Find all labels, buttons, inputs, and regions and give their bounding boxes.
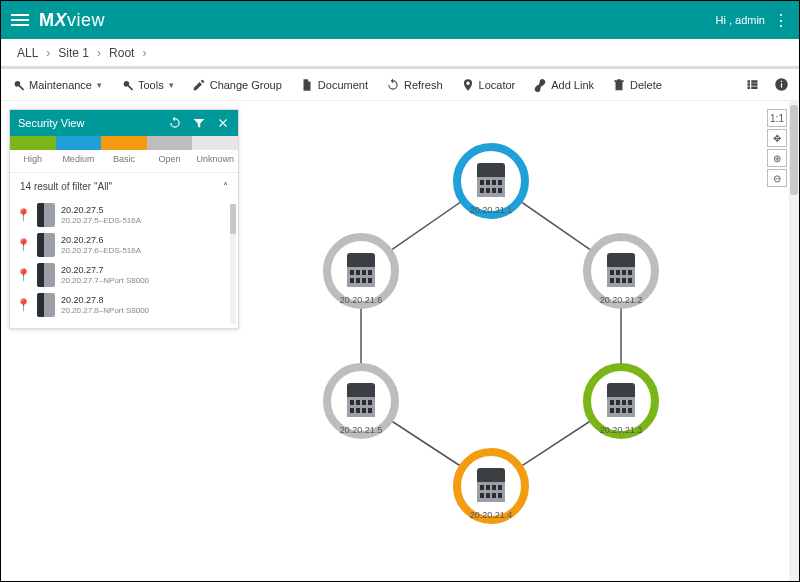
refresh-icon[interactable] xyxy=(168,116,182,130)
breadcrumb-item[interactable]: ALL xyxy=(17,46,38,60)
device-list-item[interactable]: 📍20.20.27.720.20.27.7–NPort S8000 xyxy=(16,260,232,290)
svg-rect-52 xyxy=(362,400,366,405)
zoom-in-button[interactable]: ⊕ xyxy=(767,149,787,167)
svg-rect-28 xyxy=(610,400,614,405)
svg-rect-18 xyxy=(616,270,620,275)
more-menu-icon[interactable]: ⋮ xyxy=(773,11,789,30)
device-thumb-icon xyxy=(37,293,55,317)
list-scrollbar[interactable] xyxy=(230,204,236,324)
severity-basic[interactable] xyxy=(101,136,147,150)
svg-rect-11 xyxy=(486,188,490,193)
filter-icon[interactable] xyxy=(192,116,206,130)
topology-node[interactable]: 20.20.21.6 xyxy=(327,237,395,305)
svg-rect-35 xyxy=(628,408,632,413)
vertical-scrollbar[interactable] xyxy=(789,101,799,581)
pan-button[interactable]: ✥ xyxy=(767,129,787,147)
device-list-item[interactable]: 📍20.20.27.820.20.27.8–NPort S8000 xyxy=(16,290,232,320)
tools-menu[interactable]: Tools▾ xyxy=(120,78,174,92)
list-view-icon[interactable] xyxy=(745,77,760,92)
info-icon[interactable] xyxy=(774,77,789,92)
topology-node[interactable]: 20.20.21.2 xyxy=(587,237,655,305)
device-ip: 20.20.27.8 xyxy=(61,295,149,306)
device-model: 20.20.27.6–EDS-516A xyxy=(61,246,141,256)
refresh-button[interactable]: Refresh xyxy=(386,78,443,92)
svg-rect-64 xyxy=(368,270,372,275)
app-topbar: MXview Hi , admin ⋮ xyxy=(1,1,799,39)
device-model: 20.20.27.5–EDS-516A xyxy=(61,216,141,226)
svg-rect-2 xyxy=(781,81,782,82)
trash-icon xyxy=(612,78,626,92)
node-label: 20.20.21.4 xyxy=(470,510,513,520)
chevron-up-icon[interactable]: ˄ xyxy=(223,181,228,192)
action-toolbar: Maintenance▾ Tools▾ Change Group Documen… xyxy=(1,69,799,101)
close-icon[interactable] xyxy=(216,116,230,130)
svg-rect-65 xyxy=(350,278,354,283)
zoom-out-button[interactable]: ⊖ xyxy=(767,169,787,187)
pencil-icon xyxy=(192,78,206,92)
svg-rect-67 xyxy=(362,278,366,283)
add-link-button[interactable]: Add Link xyxy=(533,78,594,92)
location-pin-icon: 📍 xyxy=(16,238,31,252)
location-pin-icon: 📍 xyxy=(16,268,31,282)
svg-rect-61 xyxy=(350,270,354,275)
svg-rect-31 xyxy=(628,400,632,405)
chevron-right-icon: › xyxy=(142,46,146,60)
severity-open[interactable] xyxy=(147,136,193,150)
filter-result-header[interactable]: 14 result of filter "All" ˄ xyxy=(10,172,238,200)
panel-title: Security View xyxy=(18,117,158,129)
refresh-icon xyxy=(386,78,400,92)
svg-rect-62 xyxy=(356,270,360,275)
topology-node[interactable]: 20.20.21.3 xyxy=(587,367,655,435)
topology-node[interactable]: 20.20.21.5 xyxy=(327,367,395,435)
svg-rect-19 xyxy=(622,270,626,275)
maintenance-menu[interactable]: Maintenance▾ xyxy=(11,78,102,92)
location-pin-icon: 📍 xyxy=(16,298,31,312)
svg-rect-30 xyxy=(622,400,626,405)
zoom-controls: 1:1 ✥ ⊕ ⊖ xyxy=(767,109,787,187)
device-ip: 20.20.27.6 xyxy=(61,235,141,246)
link-icon xyxy=(533,78,547,92)
node-label: 20.20.21.5 xyxy=(340,425,383,435)
svg-rect-51 xyxy=(356,400,360,405)
node-label: 20.20.21.6 xyxy=(340,295,383,305)
svg-rect-24 xyxy=(628,278,632,283)
topology-node[interactable]: 20.20.21.4 xyxy=(457,452,525,520)
zoom-fit-button[interactable]: 1:1 xyxy=(767,109,787,127)
severity-high[interactable] xyxy=(10,136,56,150)
device-list-item[interactable]: 📍20.20.27.620.20.27.6–EDS-516A xyxy=(16,230,232,260)
node-label: 20.20.21.1 xyxy=(470,205,513,215)
svg-rect-40 xyxy=(486,485,490,490)
severity-unknown[interactable] xyxy=(192,136,238,150)
svg-rect-66 xyxy=(356,278,360,283)
delete-button[interactable]: Delete xyxy=(612,78,662,92)
svg-rect-50 xyxy=(350,400,354,405)
device-model: 20.20.27.8–NPort S8000 xyxy=(61,306,149,316)
location-pin-icon xyxy=(461,78,475,92)
topology-node[interactable]: 20.20.21.1 xyxy=(457,147,525,215)
chevron-right-icon: › xyxy=(46,46,50,60)
svg-rect-12 xyxy=(492,188,496,193)
svg-rect-20 xyxy=(628,270,632,275)
svg-rect-45 xyxy=(492,493,496,498)
severity-medium[interactable] xyxy=(56,136,102,150)
chevron-down-icon: ▾ xyxy=(169,80,174,90)
svg-rect-21 xyxy=(610,278,614,283)
svg-rect-9 xyxy=(498,180,502,185)
device-list-item[interactable]: 📍20.20.27.520.20.27.5–EDS-516A xyxy=(16,200,232,230)
change-group-button[interactable]: Change Group xyxy=(192,78,282,92)
document-button[interactable]: Document xyxy=(300,78,368,92)
svg-rect-1 xyxy=(781,83,782,87)
svg-rect-39 xyxy=(480,485,484,490)
locator-button[interactable]: Locator xyxy=(461,78,516,92)
breadcrumb-item[interactable]: Site 1 xyxy=(58,46,89,60)
breadcrumb-item[interactable]: Root xyxy=(109,46,134,60)
svg-rect-41 xyxy=(492,485,496,490)
svg-rect-43 xyxy=(480,493,484,498)
svg-rect-57 xyxy=(368,408,372,413)
svg-rect-10 xyxy=(480,188,484,193)
hamburger-icon[interactable] xyxy=(11,14,29,26)
svg-rect-13 xyxy=(498,188,502,193)
svg-rect-6 xyxy=(480,180,484,185)
device-thumb-icon xyxy=(37,233,55,257)
svg-rect-32 xyxy=(610,408,614,413)
